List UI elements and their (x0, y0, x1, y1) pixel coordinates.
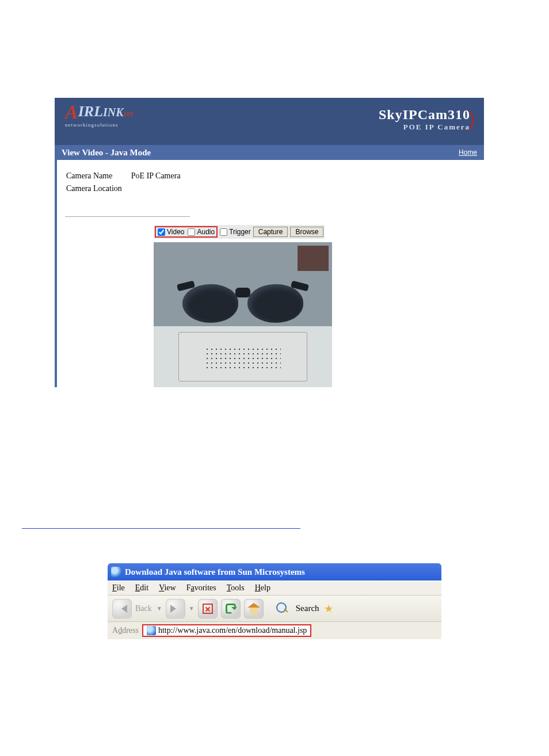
menu-help[interactable]: Help (255, 583, 270, 593)
menu-view[interactable]: View (159, 583, 176, 593)
ie-menubar: File Edit View Favorites Tools Help (108, 581, 441, 595)
home-icon (247, 603, 260, 614)
document-rule (22, 528, 300, 529)
back-button[interactable] (112, 599, 132, 618)
ie-toolbar: Back ▼ ▼ Search ★ (108, 595, 441, 622)
audio-checkbox-wrap[interactable]: Audio (188, 228, 215, 236)
camera-name-label: Camera Name (66, 170, 130, 182)
menu-tools[interactable]: Tools (227, 583, 245, 593)
refresh-button[interactable] (221, 599, 241, 618)
address-value: http://www.java.com/en/download/manual.j… (158, 626, 307, 635)
camera-name-value: PoE IP Camera (131, 170, 189, 182)
back-label: Back (135, 604, 152, 613)
video-controls: Video Audio Trigger Capture Browse (65, 225, 484, 242)
audio-checkbox-label: Audio (197, 228, 215, 236)
search-button[interactable]: Search (295, 600, 321, 617)
trigger-checkbox[interactable] (220, 228, 227, 236)
menu-favorites[interactable]: Favorites (186, 583, 216, 593)
camera-info-table: Camera Name PoE IP Camera Camera Locatio… (65, 169, 190, 217)
address-field[interactable]: http://www.java.com/en/download/manual.j… (142, 624, 311, 637)
page-title-bar: View Video - Java Mode Home (55, 145, 484, 160)
ie-window: Download Java software from Sun Microsys… (108, 563, 441, 639)
brand-logo: AIRLINK101 networkingsolutions (65, 101, 134, 128)
home-link[interactable]: Home (459, 148, 477, 156)
video-stream (154, 242, 332, 387)
browse-button[interactable]: Browse (290, 227, 323, 237)
forward-button[interactable] (166, 599, 185, 618)
trigger-checkbox-wrap[interactable]: Trigger (220, 228, 251, 236)
camera-webui: AIRLINK101 networkingsolutions SkyIPCam3… (55, 98, 484, 387)
stop-icon (203, 604, 213, 614)
stop-button[interactable] (198, 599, 218, 618)
ie-titlebar: Download Java software from Sun Microsys… (108, 563, 441, 581)
arrow-left-icon (117, 605, 127, 613)
audio-checkbox[interactable] (188, 228, 195, 236)
forward-dropdown[interactable]: ▼ (189, 605, 195, 612)
video-checkbox[interactable] (158, 228, 165, 236)
product-title: SkyIPCam310 POE IP Camera (379, 107, 470, 132)
capture-button[interactable]: Capture (253, 227, 288, 237)
product-name: SkyIPCam310 (379, 107, 470, 123)
ie-addressbar: Address http://www.java.com/en/download/… (108, 622, 441, 639)
camera-header: AIRLINK101 networkingsolutions SkyIPCam3… (55, 98, 484, 145)
menu-file[interactable]: File (112, 583, 125, 593)
ie-window-title: Download Java software from Sun Microsys… (125, 563, 305, 581)
home-button[interactable] (244, 599, 264, 618)
menu-edit[interactable]: Edit (135, 583, 148, 593)
product-subtitle: POE IP Camera (379, 123, 470, 132)
brand-tagline: networkingsolutions (65, 122, 134, 128)
highlight-box: Video Audio (155, 226, 218, 238)
video-checkbox-label: Video (167, 228, 184, 236)
favorites-icon[interactable]: ★ (324, 602, 332, 615)
refresh-icon (225, 603, 237, 614)
page-icon (147, 626, 156, 635)
video-checkbox-wrap[interactable]: Video (158, 228, 184, 236)
arrow-right-icon (170, 605, 180, 613)
back-dropdown[interactable]: ▼ (157, 605, 162, 612)
address-label: Address (112, 626, 139, 635)
trigger-checkbox-label: Trigger (229, 228, 251, 236)
camera-location-value (131, 183, 189, 194)
ie-app-icon (111, 567, 121, 577)
page-title: View Video - Java Mode (62, 145, 151, 160)
camera-location-label: Camera Location (66, 183, 130, 194)
search-icon (276, 602, 289, 615)
